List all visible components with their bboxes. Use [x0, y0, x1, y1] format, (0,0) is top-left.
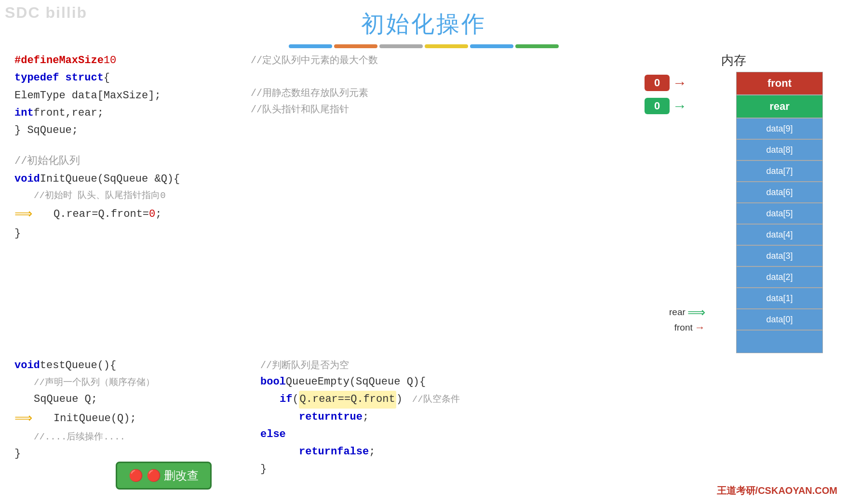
- comments-block: //定义队列中元素的最大个数 //用静态数组存放队列元素 //队头指针和队尾指针: [246, 52, 649, 353]
- memory-diagram: 内存 0 → 0 → front rear: [649, 52, 833, 353]
- code-token: }: [14, 225, 21, 242]
- rear-arrow-left: ⟹: [687, 305, 705, 321]
- code-line: ⟹ Q.rear=Q.front=0;: [14, 204, 246, 225]
- code-token: return: [299, 443, 337, 461]
- code-token: }: [14, 445, 21, 463]
- code-token: testQueue(){: [40, 357, 116, 374]
- code-comment: //用静态数组存放队列元素: [251, 85, 368, 101]
- code-token: front,rear;: [34, 105, 104, 122]
- color-bar-item: [470, 44, 513, 48]
- code-comment: //队头指针和队尾指针: [251, 102, 349, 118]
- code-line: bool QueueEmpty(SqQueue Q){: [260, 373, 833, 391]
- code-line: //队头指针和队尾指针: [251, 101, 649, 118]
- code-line: SqQueue Q;: [14, 391, 246, 408]
- code-token: int: [14, 105, 34, 122]
- code-comment: //....后续操作....: [34, 430, 125, 445]
- memory-cell: data[9]: [736, 118, 823, 139]
- front-arrow-left: →: [695, 321, 705, 335]
- code-comment: //初始时 队头、队尾指针指向0: [34, 188, 166, 203]
- memory-cell-front: front: [736, 72, 823, 95]
- code-token: ): [396, 391, 403, 408]
- code-line: //....后续操作....: [14, 429, 246, 445]
- code-line: return true ;: [260, 409, 833, 426]
- rear-label-text: rear: [669, 306, 686, 318]
- modify-button-label: 🔴 删改查: [147, 469, 199, 482]
- color-bar-item: [515, 44, 559, 48]
- code-line: [251, 68, 649, 85]
- code-token: Q.rear=Q.front=: [34, 206, 149, 223]
- code-bottom-left: void testQueue(){ //声明一个队列（顺序存储） SqQueue…: [14, 357, 246, 478]
- code-token: return: [299, 409, 337, 426]
- code-line: #define MaxSize 10: [14, 52, 246, 69]
- code-token: ;: [363, 409, 369, 426]
- code-comment: //初始化队列: [14, 153, 80, 170]
- memory-title: 内存: [649, 52, 818, 69]
- memory-cell: data[5]: [736, 203, 823, 224]
- code-token: true: [337, 409, 363, 426]
- code-line: typedef struct {: [14, 69, 246, 87]
- color-bar-item: [289, 44, 332, 48]
- code-left-block: #define MaxSize 10 typedef struct { Elem…: [14, 52, 246, 353]
- watermark-top: SDC billib: [5, 4, 87, 22]
- color-bar-item: [425, 44, 468, 48]
- code-line: }: [260, 461, 833, 478]
- code-token: SqQueue Q;: [34, 391, 97, 408]
- rear-arrow-icon: →: [672, 98, 687, 114]
- code-bottom-right: //判断队列是否为空 bool QueueEmpty(SqQueue Q){ i…: [246, 357, 833, 478]
- code-line: void InitQueue(SqQueue &Q){: [14, 171, 246, 188]
- memory-cell-data0: data[0] rear ⟹ front →: [736, 309, 823, 330]
- front-arrow-icon: →: [672, 75, 687, 91]
- memory-cell-bottom: [736, 330, 823, 353]
- arrow-icon: ⟹: [14, 409, 32, 429]
- memory-cell: data[7]: [736, 160, 823, 182]
- code-token: false: [337, 443, 369, 461]
- code-token: 0: [149, 206, 155, 223]
- code-token: }: [260, 461, 267, 478]
- code-line: //判断队列是否为空: [260, 357, 833, 373]
- modify-button[interactable]: 🔴 🔴 删改查: [116, 462, 212, 490]
- front-label: front →: [674, 321, 705, 335]
- code-token: bool: [260, 373, 286, 391]
- code-comment: //判断队列是否为空: [260, 358, 349, 373]
- code-token: InitQueue(SqQueue &Q){: [40, 171, 180, 188]
- memory-pointer-labels: rear ⟹ front →: [669, 305, 705, 334]
- code-token: ;: [369, 443, 375, 461]
- code-line: int front,rear;: [14, 105, 246, 122]
- color-bar-item: [379, 44, 423, 48]
- code-token: MaxSize: [59, 52, 103, 69]
- code-token: void: [14, 171, 40, 188]
- code-token: void: [14, 357, 40, 374]
- arrow-icon: ⟹: [14, 204, 32, 225]
- code-token: #define: [14, 52, 59, 69]
- memory-cell: data[8]: [736, 139, 823, 160]
- code-token: if: [280, 391, 292, 408]
- code-token: } SqQueue;: [14, 122, 78, 139]
- code-line: }: [14, 225, 246, 242]
- code-token: (: [292, 391, 298, 408]
- code-line: } SqQueue;: [14, 122, 246, 139]
- color-bar-item: [334, 44, 377, 48]
- page-title: 初始化操作: [0, 0, 847, 40]
- code-token: else: [260, 426, 286, 443]
- code-line: if ( Q.rear==Q.front ) //队空条件: [260, 391, 833, 408]
- rear-value-badge: 0: [645, 98, 670, 114]
- code-token: 10: [104, 52, 116, 69]
- color-bar: [0, 44, 847, 48]
- code-line: ⟹ InitQueue(Q);: [14, 409, 246, 429]
- code-token: ;: [155, 206, 161, 223]
- code-token: InitQueue(Q);: [34, 410, 136, 427]
- code-comment: //定义队列中元素的最大个数: [251, 53, 378, 68]
- watermark-bottom: 王道考研/CSKAOYAN.COM: [717, 484, 837, 497]
- code-comment: //声明一个队列（顺序存储）: [34, 375, 155, 390]
- code-highlight: Q.rear==Q.front: [299, 391, 396, 408]
- memory-cell: data[3]: [736, 245, 823, 266]
- memory-cells: front rear data[9] data[8] data[7] data[…: [736, 72, 823, 353]
- code-token: ElemType data[MaxSize];: [14, 87, 161, 105]
- code-line: else: [260, 426, 833, 443]
- rear-badge-container: 0 →: [645, 98, 687, 114]
- memory-cell: data[6]: [736, 182, 823, 203]
- code-line: return false ;: [260, 443, 833, 461]
- code-line: //用静态数组存放队列元素: [251, 85, 649, 101]
- code-token: {: [104, 69, 110, 87]
- front-badge-container: 0 →: [645, 75, 687, 91]
